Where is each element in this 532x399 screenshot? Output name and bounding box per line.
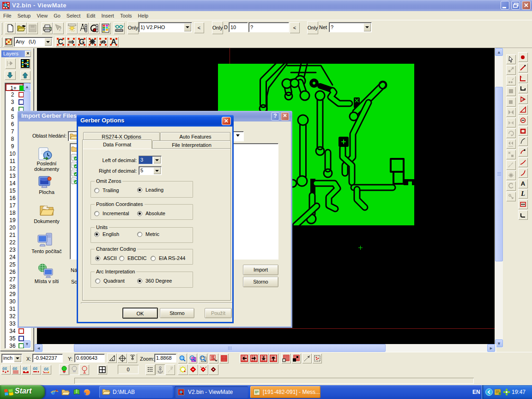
- svg-text:66: 66: [44, 367, 48, 371]
- svg-text:66: 66: [23, 366, 27, 371]
- svg-text:66: 66: [12, 366, 17, 371]
- svg-text:66: 66: [2, 366, 7, 371]
- svg-text:?: ?: [58, 26, 61, 32]
- svg-text:66: 66: [33, 366, 37, 371]
